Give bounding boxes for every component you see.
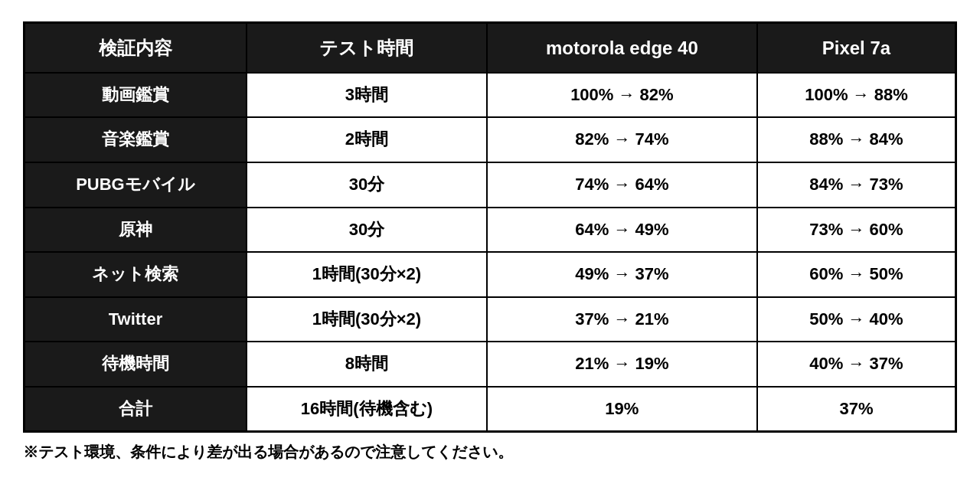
- cell-category: 待機時間: [24, 342, 247, 387]
- cell-motorola: 74% → 64%: [487, 162, 757, 208]
- cell-pixel: 100% → 88%: [757, 73, 956, 118]
- table-row: 合計16時間(待機含む)19%37%: [24, 387, 956, 432]
- cell-time: 1時間(30分×2): [247, 252, 487, 297]
- cell-category: 音楽鑑賞: [24, 117, 247, 162]
- table-header-row: 検証内容 テスト時間 motorola edge 40 Pixel 7a: [24, 22, 956, 73]
- cell-category: Twitter: [24, 297, 247, 342]
- cell-time: 30分: [247, 162, 487, 208]
- cell-category: 原神: [24, 208, 247, 253]
- cell-motorola: 49% → 37%: [487, 252, 757, 297]
- table-row: 音楽鑑賞2時間82% → 74%88% → 84%: [24, 117, 956, 162]
- cell-pixel: 84% → 73%: [757, 162, 956, 208]
- cell-motorola: 100% → 82%: [487, 73, 757, 118]
- cell-time: 2時間: [247, 117, 487, 162]
- cell-time: 1時間(30分×2): [247, 297, 487, 342]
- table-row: ネット検索1時間(30分×2)49% → 37%60% → 50%: [24, 252, 956, 297]
- table-row: PUBGモバイル30分74% → 64%84% → 73%: [24, 162, 956, 208]
- table-row: 動画鑑賞3時間100% → 82%100% → 88%: [24, 73, 956, 118]
- cell-motorola: 64% → 49%: [487, 208, 757, 253]
- header-motorola: motorola edge 40: [487, 22, 757, 73]
- header-time: テスト時間: [247, 22, 487, 73]
- cell-pixel: 73% → 60%: [757, 208, 956, 253]
- cell-pixel: 40% → 37%: [757, 342, 956, 387]
- table-row: 原神30分64% → 49%73% → 60%: [24, 208, 956, 253]
- cell-motorola: 37% → 21%: [487, 297, 757, 342]
- table-row: Twitter1時間(30分×2)37% → 21%50% → 40%: [24, 297, 956, 342]
- header-category: 検証内容: [24, 22, 247, 73]
- cell-motorola: 19%: [487, 387, 757, 432]
- cell-category: ネット検索: [24, 252, 247, 297]
- comparison-table: 検証内容 テスト時間 motorola edge 40 Pixel 7a 動画鑑…: [23, 21, 957, 433]
- cell-pixel: 37%: [757, 387, 956, 432]
- cell-pixel: 60% → 50%: [757, 252, 956, 297]
- cell-pixel: 88% → 84%: [757, 117, 956, 162]
- cell-time: 30分: [247, 208, 487, 253]
- header-pixel: Pixel 7a: [757, 22, 956, 73]
- cell-pixel: 50% → 40%: [757, 297, 956, 342]
- table-container: 検証内容 テスト時間 motorola edge 40 Pixel 7a 動画鑑…: [23, 21, 957, 463]
- cell-time: 16時間(待機含む): [247, 387, 487, 432]
- cell-time: 3時間: [247, 73, 487, 118]
- footer-note: ※テスト環境、条件により差が出る場合があるので注意してください。: [23, 442, 957, 463]
- table-row: 待機時間8時間21% → 19%40% → 37%: [24, 342, 956, 387]
- cell-time: 8時間: [247, 342, 487, 387]
- cell-motorola: 21% → 19%: [487, 342, 757, 387]
- cell-category: 合計: [24, 387, 247, 432]
- cell-category: 動画鑑賞: [24, 73, 247, 118]
- cell-category: PUBGモバイル: [24, 162, 247, 208]
- cell-motorola: 82% → 74%: [487, 117, 757, 162]
